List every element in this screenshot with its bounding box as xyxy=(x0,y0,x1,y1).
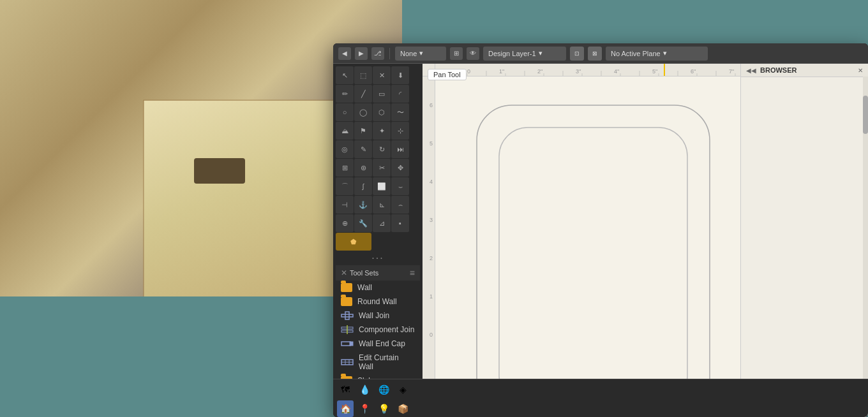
ruler-indicator xyxy=(664,64,665,76)
browser-header: ◀◀ BROWSER ✕ xyxy=(741,64,868,77)
svg-rect-1 xyxy=(345,312,349,319)
tool-sets-wall-end-cap-label: Wall End Cap xyxy=(359,339,405,348)
tool-anchor[interactable]: ⚓ xyxy=(354,196,372,214)
wall-folder-icon xyxy=(341,283,352,292)
bottom-tool-box[interactable]: 📦 xyxy=(394,400,411,417)
round-wall-folder-icon xyxy=(341,297,352,306)
tool-curve[interactable]: ∫ xyxy=(354,177,372,195)
nav-share-button[interactable]: ⎇ xyxy=(371,47,384,60)
svg-rect-6 xyxy=(350,342,353,346)
tool-path[interactable]: ⌒ xyxy=(336,177,354,195)
tool-arc[interactable]: ◜ xyxy=(391,85,409,103)
pan-tool-tooltip: Pan Tool xyxy=(428,69,467,80)
tool-sets-label: Tool Sets xyxy=(347,269,410,277)
outer-shape xyxy=(474,102,716,417)
browser-close-icon[interactable]: ✕ xyxy=(858,67,863,74)
tool-2d-select[interactable]: ⬚ xyxy=(354,66,372,84)
tool-star[interactable]: ✦ xyxy=(373,122,391,140)
tool-sets-item-round-wall[interactable]: Round Wall xyxy=(336,295,420,309)
bottom-tool-pin[interactable]: 📍 xyxy=(356,400,373,417)
bottom-tool-globe[interactable]: 🌐 xyxy=(375,381,392,398)
tool-sets-item-edit-curtain-wall[interactable]: Edit Curtain Wall xyxy=(336,351,420,374)
toolbar-sep-1 xyxy=(389,48,390,59)
layer-icon-2[interactable]: ⊠ xyxy=(588,47,602,61)
layer-stack-button[interactable]: ⊞ xyxy=(450,47,463,60)
nav-back-button[interactable]: ◀ xyxy=(338,47,351,60)
tool-spin[interactable]: ◎ xyxy=(336,140,354,158)
tool-mountain[interactable]: ⛰ xyxy=(336,122,354,140)
content-area: ↖ ⬚ ✕ ⬇ ✏ ╱ ▭ ◜ ○ ◯ ⬡ 〜 ⛰ ⚑ xyxy=(333,64,868,417)
tool-edit[interactable]: ✎ xyxy=(354,140,372,158)
wall-end-cap-icon xyxy=(341,339,354,348)
more-tools-dots[interactable]: ··· xyxy=(336,251,420,265)
tool-measure[interactable]: ⊾ xyxy=(373,196,391,214)
bottom-tool-home[interactable]: 🏠 xyxy=(337,400,354,417)
svg-rect-0 xyxy=(341,314,353,317)
app-window: ◀ ▶ ⎇ None ▾ ⊞ 👁 Design Layer-1 ▾ ⊡ ⊠ No… xyxy=(333,43,868,417)
tool-sets-item-wall-end-cap[interactable]: Wall End Cap xyxy=(336,337,420,351)
tool-rect[interactable]: ▭ xyxy=(373,85,391,103)
tool-wrench[interactable]: 🔧 xyxy=(354,214,372,232)
tool-move[interactable]: ✥ xyxy=(391,159,409,177)
tool-flag[interactable]: ⚑ xyxy=(354,122,372,140)
tool-skip[interactable]: ⏭ xyxy=(391,140,409,158)
edit-curtain-wall-icon xyxy=(341,358,354,367)
tool-box2[interactable]: ▪ xyxy=(391,214,409,232)
tool-polygon[interactable]: ⬡ xyxy=(373,103,391,121)
active-plane-dropdown[interactable]: No Active Plane ▾ xyxy=(606,47,708,61)
tool-download[interactable]: ⬇ xyxy=(391,66,409,84)
drawing-canvas[interactable]: Pan Tool 0 1" 2" 3" 4" 5" 6" 7" 8" xyxy=(423,64,868,417)
tool-pencil[interactable]: ✏ xyxy=(336,85,354,103)
browser-panel: ◀◀ BROWSER ✕ xyxy=(740,64,868,417)
tool-line[interactable]: ╱ xyxy=(354,85,372,103)
bottom-tool-light[interactable]: 💡 xyxy=(375,400,392,417)
component-join-icon xyxy=(341,325,354,334)
bottom-tool-water[interactable]: 💧 xyxy=(356,381,373,398)
tool-circle[interactable]: ○ xyxy=(336,103,354,121)
tool-box[interactable]: ⬜ xyxy=(373,177,391,195)
tool-compass[interactable]: ⊕ xyxy=(336,214,354,232)
svg-rect-5 xyxy=(341,342,350,346)
ruler-left: 6 5 4 3 2 1 0 xyxy=(423,77,435,417)
browser-title: BROWSER xyxy=(760,66,854,74)
tool-sets-edit-curtain-wall-label: Edit Curtain Wall xyxy=(359,353,415,371)
bottom-palette: 🗺 💧 🌐 ◈ 🏠 📍 💡 📦 xyxy=(333,379,868,417)
browser-collapse-icon[interactable]: ◀◀ xyxy=(746,67,756,74)
wall-join-icon xyxy=(341,311,354,320)
nav-forward-button[interactable]: ▶ xyxy=(355,47,368,60)
tool-freehand[interactable]: 〜 xyxy=(391,103,409,121)
tool-special[interactable]: ⬟ xyxy=(336,233,371,251)
tool-scissors[interactable]: ✂ xyxy=(373,159,391,177)
svg-rect-29 xyxy=(499,128,687,405)
tool-select[interactable]: ↖ xyxy=(336,66,354,84)
tool-sets-item-wall[interactable]: Wall xyxy=(336,281,420,295)
tool-scale[interactable]: ⊿ xyxy=(373,214,391,232)
tool-sets-item-wall-join[interactable]: Wall Join xyxy=(336,309,420,323)
tool-sets-menu[interactable]: ≡ xyxy=(410,268,415,278)
tool-pointer[interactable]: ⊛ xyxy=(354,159,372,177)
tool-palette: ↖ ⬚ ✕ ⬇ ✏ ╱ ▭ ◜ ○ ◯ ⬡ 〜 ⛰ ⚑ xyxy=(333,64,423,417)
tool-rotate[interactable]: ↻ xyxy=(373,140,391,158)
layer-icon-1[interactable]: ⊡ xyxy=(570,47,584,61)
tool-bracket[interactable]: ⊣ xyxy=(336,196,354,214)
layer-eye-button[interactable]: 👁 xyxy=(467,47,479,60)
tool-arch[interactable]: ⌢ xyxy=(391,196,409,214)
scrollbar-thumb[interactable] xyxy=(863,96,868,134)
tool-close[interactable]: ✕ xyxy=(373,66,391,84)
svg-rect-28 xyxy=(477,105,710,417)
tool-grid[interactable]: ⊞ xyxy=(336,159,354,177)
none-dropdown[interactable]: None ▾ xyxy=(395,47,446,61)
tool-sets-wall-join-label: Wall Join xyxy=(359,311,389,320)
tool-wave[interactable]: ⌣ xyxy=(391,177,409,195)
tool-sets-wall-label: Wall xyxy=(357,283,372,292)
tool-sets-close[interactable]: ✕ xyxy=(341,268,347,277)
tool-cursor2[interactable]: ⊹ xyxy=(391,122,409,140)
bottom-tool-layers[interactable]: ◈ xyxy=(394,381,411,398)
bottom-row-2: 🏠 📍 💡 📦 xyxy=(333,400,868,417)
tool-sets-round-wall-label: Round Wall xyxy=(357,297,397,306)
design-layer-dropdown[interactable]: Design Layer-1 ▾ xyxy=(483,47,566,61)
tool-ellipse[interactable]: ◯ xyxy=(354,103,372,121)
tool-sets-item-component-join[interactable]: Component Join xyxy=(336,323,420,337)
vertical-scrollbar[interactable] xyxy=(863,77,868,379)
bottom-tool-map[interactable]: 🗺 xyxy=(337,381,354,398)
